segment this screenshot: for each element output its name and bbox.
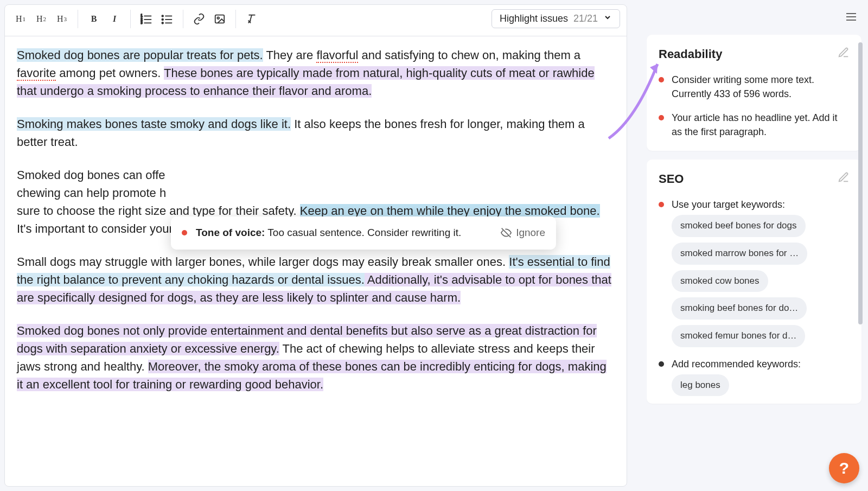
- heading-group: H1 H2 H3: [11, 10, 78, 28]
- italic-button[interactable]: I: [105, 10, 124, 28]
- keyword-chip-row: leg bones: [672, 374, 850, 397]
- keyword-chip[interactable]: smoked femur bones for d…: [672, 325, 805, 347]
- keyword-chip[interactable]: smoked marrow bones for …: [672, 243, 807, 265]
- paragraph: Small dogs may struggle with larger bone…: [17, 253, 615, 307]
- unordered-list-button[interactable]: [158, 10, 176, 28]
- issue-dot-icon: [659, 115, 664, 120]
- highlighted-text-selected[interactable]: Keep an eye on them while they enjoy the…: [300, 204, 600, 218]
- editor-toolbar: H1 H2 H3 B I 123: [5, 5, 627, 36]
- bold-button[interactable]: B: [85, 10, 103, 28]
- edit-icon[interactable]: [838, 171, 850, 187]
- highlighted-text[interactable]: Smoking makes bones taste smoky and dogs…: [17, 117, 291, 131]
- keyword-chip[interactable]: leg bones: [672, 374, 729, 397]
- paragraph: Smoking makes bones taste smoky and dogs…: [17, 115, 615, 151]
- clear-group: [242, 10, 267, 28]
- readability-issue[interactable]: Consider writing some more text. Current…: [659, 73, 850, 101]
- svg-text:3: 3: [141, 21, 143, 24]
- typo-word[interactable]: flavorful: [316, 48, 358, 63]
- format-group: B I: [85, 10, 131, 28]
- tooltip-title: Tone of voice:: [196, 227, 265, 238]
- seo-panel: SEO Use your target keywords: smoked bee…: [647, 160, 861, 404]
- chevron-down-icon: [603, 13, 612, 24]
- scroll-thumb[interactable]: [858, 42, 863, 324]
- link-button[interactable]: [190, 10, 208, 28]
- ordered-list-button[interactable]: 123: [137, 10, 156, 28]
- edit-icon[interactable]: [838, 47, 850, 62]
- paragraph: Smoked dog bones not only provide entert…: [17, 322, 615, 393]
- paragraph: Smoked dog bones are popular treats for …: [17, 46, 615, 100]
- h2-button[interactable]: H2: [32, 10, 50, 28]
- issue-dot-icon: [659, 361, 664, 367]
- readability-panel: Readability Consider writing some more t…: [647, 35, 861, 151]
- editor-panel: H1 H2 H3 B I 123: [4, 4, 627, 487]
- clear-format-button[interactable]: [242, 10, 261, 28]
- h3-button[interactable]: H3: [53, 10, 71, 28]
- svg-rect-12: [215, 15, 225, 23]
- svg-point-10: [162, 22, 163, 23]
- insert-group: [190, 10, 236, 28]
- h1-button[interactable]: H1: [11, 10, 30, 28]
- tooltip-message: Too casual sentence. Consider rewriting …: [267, 227, 461, 238]
- svg-point-6: [162, 15, 163, 17]
- panel-title: SEO: [659, 171, 850, 187]
- keyword-chip[interactable]: smoked cow bones: [672, 270, 768, 292]
- highlight-issues-dropdown[interactable]: Highlight issues 21/21: [492, 9, 620, 28]
- typo-word[interactable]: favorite: [17, 66, 56, 81]
- highlight-count: 21/21: [573, 13, 598, 24]
- help-button[interactable]: ?: [829, 453, 859, 483]
- issue-dot-icon: [182, 230, 187, 235]
- editor-content[interactable]: Smoked dog bones are popular treats for …: [5, 36, 627, 486]
- scrollbar[interactable]: [857, 4, 864, 487]
- seo-issue[interactable]: Use your target keywords: smoked beef bo…: [659, 197, 850, 347]
- seo-issue[interactable]: Add recommended keywords: leg bones: [659, 357, 850, 397]
- eye-off-icon: [501, 227, 512, 238]
- keyword-chip[interactable]: smoking beef bones for do…: [672, 297, 807, 320]
- sidebar: Readability Consider writing some more t…: [636, 4, 864, 487]
- highlighted-text[interactable]: Smoked dog bones are popular treats for …: [17, 48, 263, 62]
- svg-point-13: [217, 17, 219, 19]
- keyword-chip[interactable]: smoked beef bones for dogs: [672, 215, 806, 237]
- keyword-chip-row: smoked beef bones for dogs smoked marrow…: [672, 215, 850, 347]
- issue-tooltip: Tone of voice: Too casual sentence. Cons…: [171, 216, 556, 250]
- ignore-button[interactable]: Ignore: [501, 225, 545, 241]
- readability-issue[interactable]: Your article has no headline yet. Add it…: [659, 111, 850, 139]
- image-button[interactable]: [210, 10, 229, 28]
- highlight-label: Highlight issues: [500, 13, 568, 24]
- issue-dot-icon: [659, 77, 664, 82]
- panel-title: Readability: [659, 47, 850, 62]
- svg-point-8: [162, 18, 163, 20]
- list-group: 123: [137, 10, 183, 28]
- issue-dot-icon: [659, 202, 664, 207]
